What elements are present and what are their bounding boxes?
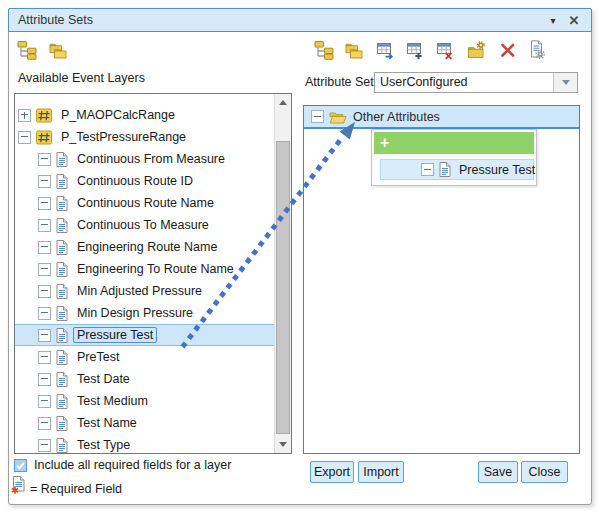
available-event-layers-label: Available Event Layers [18,71,145,85]
collapse-box-icon[interactable] [38,395,51,408]
scroll-up-button[interactable] [275,94,291,111]
include-required-fields-checkbox[interactable] [14,458,27,471]
attribute-set-select[interactable]: UserConfigured [374,72,578,93]
attribute-set-label: Attribute Set: [305,75,377,89]
save-button[interactable]: Save [478,461,518,483]
collapse-box-icon[interactable] [311,110,324,123]
open-folders-icon[interactable] [343,39,365,61]
tree-item-test-name[interactable]: Test Name [15,412,274,434]
tree-item-label: P_MAOPCalcRange [57,107,179,123]
field-document-icon [56,350,68,365]
tree-item-test-type[interactable]: Test Type [15,434,274,453]
drag-preview: + Pressure Test [371,129,537,186]
expand-box-icon[interactable] [18,109,31,122]
tree-item-engineering-route-name[interactable]: Engineering Route Name [15,236,274,258]
delete-table-icon[interactable] [434,39,456,61]
tree-item-continuous-route-name[interactable]: Continuous Route Name [15,192,274,214]
open-folder-icon [329,110,347,124]
tree-item-test-medium[interactable]: Test Medium [15,390,274,412]
available-layers-panel: P_MAOPCalcRangeP_TestPressureRangeContin… [14,93,292,454]
field-document-icon [56,196,68,211]
tree-item-label: Test Name [73,415,141,431]
add-table-icon[interactable] [404,39,426,61]
chevron-down-icon [562,80,570,85]
required-field-icon [10,476,27,499]
tree-item-label: Continuous Route ID [73,173,197,189]
add-layer-tree-icon[interactable] [313,39,335,61]
tree-item-pretest[interactable]: PreTest [15,346,274,368]
attribute-set-value: UserConfigured [375,73,553,92]
tree-item-engineering-to-route-name[interactable]: Engineering To Route Name [15,258,274,280]
close-button[interactable]: Close [521,461,568,483]
field-document-icon [56,306,68,321]
tree-item-label: P_TestPressureRange [57,129,190,145]
collapse-box-icon[interactable] [38,285,51,298]
tree-item-test-date[interactable]: Test Date [15,368,274,390]
collapse-box-icon[interactable] [38,219,51,232]
close-icon[interactable]: ✕ [566,13,582,28]
export-table-icon[interactable] [374,39,396,61]
field-document-icon [56,438,68,453]
tree-item-pressure-test[interactable]: Pressure Test [15,324,274,346]
tree-item-continuous-to-measure[interactable]: Continuous To Measure [15,214,274,236]
collapse-box-icon[interactable] [38,307,51,320]
tree-item-continuous-from-measure[interactable]: Continuous From Measure [15,148,274,170]
tree-item-other-attributes[interactable]: Other Attributes [304,106,579,129]
add-layer-tree-icon[interactable] [16,39,38,61]
tree-item-label: Engineering To Route Name [73,261,238,277]
import-button[interactable]: Import [358,461,404,483]
field-document-icon [56,328,68,343]
scroll-down-button[interactable] [275,436,291,453]
tree-item-min-adjusted-pressure[interactable]: Min Adjusted Pressure [15,280,274,302]
window-menu-button[interactable]: ▾ [544,15,562,26]
collapse-box-icon[interactable] [38,153,51,166]
include-required-fields-label: Include all required fields for a layer [34,458,231,472]
tree-item-continuous-route-id[interactable]: Continuous Route ID [15,170,274,192]
tree-item-label: Min Adjusted Pressure [73,283,206,299]
collapse-box-icon[interactable] [38,373,51,386]
collapse-box-icon[interactable] [38,263,51,276]
dropdown-arrow-button[interactable] [553,73,577,92]
tree-item-label: Min Design Pressure [73,305,197,321]
collapse-box-icon[interactable] [38,197,51,210]
field-document-icon [56,174,68,189]
field-document-icon [56,218,68,233]
drop-add-indicator: + [374,132,534,154]
titlebar[interactable]: Attribute Sets ▾ ✕ [8,8,592,32]
document-settings-icon[interactable] [526,39,548,61]
event-layers-tree: P_MAOPCalcRangeP_TestPressureRangeContin… [15,94,274,453]
field-document-icon [56,416,68,431]
new-attribute-set-folder-icon[interactable] [465,39,487,61]
tree-item-min-design-pressure[interactable]: Min Design Pressure [15,302,274,324]
scrollbar-thumb[interactable] [276,141,290,434]
collapse-box-icon[interactable] [38,351,51,364]
collapse-box-icon [421,163,434,176]
tree-item-p-testpressurerange[interactable]: P_TestPressureRange [15,126,274,148]
collapse-box-icon[interactable] [38,175,51,188]
collapse-box-icon[interactable] [38,439,51,452]
tree-item-label: Test Type [73,437,134,453]
vertical-scrollbar[interactable] [274,94,291,453]
tree-item-label: Continuous Route Name [73,195,218,211]
collapse-box-icon[interactable] [38,241,51,254]
delete-icon[interactable] [497,39,519,61]
collapse-box-icon[interactable] [18,131,31,144]
field-document-icon [56,394,68,409]
export-button[interactable]: Export [310,461,354,483]
tree-item-label: Continuous To Measure [73,217,213,233]
tree-item-label: PreTest [73,349,123,365]
drag-preview-label: Pressure Test [455,162,539,178]
field-document-icon [56,240,68,255]
collapse-box-icon[interactable] [38,417,51,430]
required-field-legend: = Required Field [30,482,122,496]
field-document-icon [56,372,68,387]
collapse-box-icon[interactable] [38,329,51,342]
field-document-icon [56,262,68,277]
drag-preview-item: Pressure Test [380,159,534,180]
field-document-icon [56,152,68,167]
tree-item-label: Continuous From Measure [73,151,229,167]
tree-item-p-maopcalcrange[interactable]: P_MAOPCalcRange [15,104,274,126]
field-document-icon [56,284,68,299]
open-folders-icon[interactable] [47,39,69,61]
event-layer-icon [36,130,52,145]
